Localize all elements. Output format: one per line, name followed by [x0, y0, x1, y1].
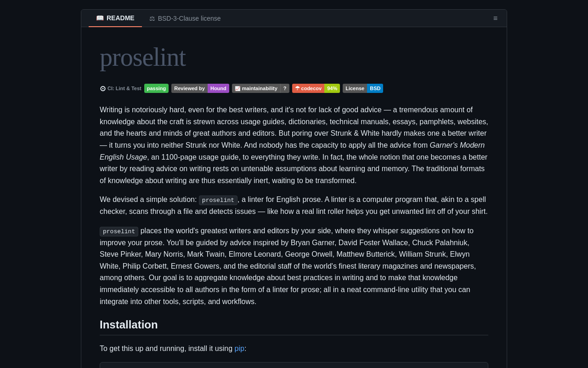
book-icon: 📖	[96, 14, 104, 22]
badge-ci[interactable]: ⊙ CI: Lint & Test passing	[100, 84, 169, 93]
badge-ci-value: passing	[144, 84, 169, 93]
tab-license[interactable]: ⚖ BSD-3-Clause license	[142, 10, 228, 27]
codecov-icon: ☂	[295, 85, 300, 92]
chart-icon: 📈	[235, 86, 240, 91]
badges-row: ⊙ CI: Lint & Test passing Reviewed by Ho…	[100, 84, 488, 93]
p3-text: places the world's greatest writers and …	[100, 227, 476, 305]
installation-paragraph: To get this up and running, install it u…	[100, 343, 488, 355]
tab-readme[interactable]: 📖 README	[89, 10, 142, 27]
badge-codecov-value: 94%	[324, 84, 340, 93]
badge-hound[interactable]: Reviewed by Hound	[171, 84, 229, 93]
tab-readme-label: README	[107, 14, 135, 22]
badge-ci-label: CI: Lint & Test	[107, 86, 141, 91]
badge-codecov-text: codecov	[301, 86, 322, 91]
badge-codecov-label: ☂ codecov	[292, 84, 325, 93]
installation-heading: Installation	[100, 318, 488, 335]
p3-code: proselint	[100, 227, 138, 236]
p2-code: proselint	[199, 196, 237, 205]
badge-hound-label: Reviewed by	[171, 84, 208, 93]
badge-maintainability-label: 📈 maintainability	[232, 84, 280, 93]
scale-icon: ⚖	[149, 15, 155, 22]
badge-codecov[interactable]: ☂ codecov 94%	[292, 84, 340, 93]
lines-icon[interactable]: ≡	[492, 12, 499, 24]
badge-maintainability[interactable]: 📈 maintainability ?	[232, 84, 289, 93]
paragraph-1: Writing is notoriously hard, even for th…	[100, 104, 488, 186]
tab-bar-left: 📖 README ⚖ BSD-3-Clause license	[89, 10, 228, 27]
paragraph-2: We devised a simple solution: proselint,…	[100, 194, 488, 217]
badge-license[interactable]: License BSD	[343, 84, 383, 93]
readme-content: proselint ⊙ CI: Lint & Test passing Revi…	[81, 27, 507, 368]
tab-bar: 📖 README ⚖ BSD-3-Clause license ≡	[81, 10, 507, 27]
badge-hound-value: Hound	[208, 84, 229, 93]
installation-text-prefix: To get this up and running, install it u…	[100, 345, 232, 352]
code-block	[100, 362, 488, 368]
tab-bar-right: ≡	[492, 12, 499, 24]
github-icon: ⊙	[100, 84, 106, 93]
italic-text: Garner's Modern English Usage	[100, 141, 485, 161]
paragraph-3: proselint places the world's greatest wr…	[100, 225, 488, 307]
pip-link[interactable]: pip	[235, 345, 244, 352]
badge-maintainability-value: ?	[280, 84, 289, 93]
installation-text-suffix: :	[244, 345, 246, 352]
tab-license-label: BSD-3-Clause license	[158, 15, 221, 22]
badge-maintainability-text: maintainability	[242, 86, 277, 91]
p2-prefix: We devised a simple solution:	[100, 196, 197, 203]
project-title: proselint	[100, 42, 488, 73]
badge-license-label: License	[343, 84, 367, 93]
badge-license-value: BSD	[367, 84, 383, 93]
